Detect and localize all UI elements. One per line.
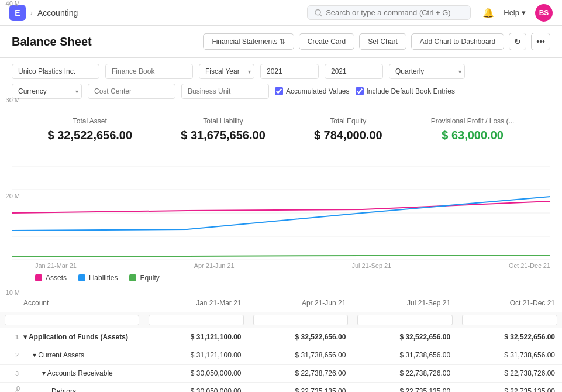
fiscal-year-select[interactable]: Fiscal Year bbox=[199, 64, 254, 79]
chart-svg bbox=[12, 166, 550, 260]
accumulated-values-label: Accumulated Values bbox=[286, 87, 350, 95]
search-bar[interactable] bbox=[307, 5, 471, 20]
q3-cell: $ 32,522,656.00 bbox=[353, 328, 457, 346]
finance-book-filter[interactable] bbox=[105, 64, 193, 79]
legend-equity: Equity bbox=[129, 274, 159, 282]
q3-cell: $ 31,738,656.00 bbox=[353, 346, 457, 365]
col-q1: Jan 21-Mar 21 bbox=[144, 294, 249, 312]
breadcrumb-label: Accounting bbox=[37, 8, 78, 18]
total-liability-value: $ 31,675,656.00 bbox=[181, 129, 266, 142]
total-liability-card: Total Liability $ 31,675,656.00 bbox=[181, 117, 266, 142]
account-label[interactable]: ▾ Current Assets bbox=[23, 351, 84, 359]
assets-legend-dot bbox=[35, 274, 42, 281]
q3-cell: $ 22,735,135.00 bbox=[353, 383, 457, 393]
q2-cell: $ 22,735,135.00 bbox=[249, 383, 353, 393]
col-q3: Jul 21-Sep 21 bbox=[353, 294, 457, 312]
q4-cell: $ 22,735,135.00 bbox=[457, 383, 562, 393]
provisional-value: $ 63,000.00 bbox=[431, 129, 515, 142]
set-chart-button[interactable]: Set Chart bbox=[359, 33, 406, 50]
total-asset-label: Total Asset bbox=[48, 117, 133, 125]
q1-cell: $ 31,121,100.00 bbox=[144, 346, 249, 365]
table-row: 3▾ Accounts Receivable$ 30,050,000.00$ 2… bbox=[0, 365, 562, 383]
q4-cell: $ 31,738,656.00 bbox=[457, 346, 562, 365]
cost-center-filter[interactable] bbox=[88, 84, 175, 99]
total-equity-label: Total Equity bbox=[314, 117, 382, 125]
page-title: Balance Sheet bbox=[12, 35, 92, 49]
accumulated-values-checkbox-wrap[interactable]: Accumulated Values bbox=[275, 87, 350, 95]
total-equity-value: $ 784,000.00 bbox=[314, 129, 382, 142]
search-icon bbox=[315, 9, 322, 17]
add-chart-button[interactable]: Add Chart to Dashboard bbox=[411, 33, 504, 50]
chart-legend: Assets Liabilities Equity bbox=[35, 274, 550, 282]
account-label[interactable]: ▾ Accounts Receivable bbox=[23, 369, 113, 377]
business-unit-filter[interactable] bbox=[181, 84, 269, 99]
more-options-button[interactable]: ••• bbox=[531, 33, 550, 50]
refresh-button[interactable]: ↻ bbox=[509, 33, 526, 50]
page-actions: Financial Statements ⇅ Create Card Set C… bbox=[203, 33, 550, 50]
q1-cell: $ 30,050,000.00 bbox=[144, 383, 249, 393]
periodicity-select[interactable]: Quarterly Monthly Yearly bbox=[389, 64, 465, 79]
search-input[interactable] bbox=[326, 8, 463, 17]
account-filter-input[interactable] bbox=[5, 315, 139, 325]
q1-cell: $ 31,121,100.00 bbox=[144, 328, 249, 346]
create-card-button[interactable]: Create Card bbox=[299, 33, 354, 50]
fiscal-year-wrap: Fiscal Year bbox=[199, 64, 254, 79]
periodicity-wrap: Quarterly Monthly Yearly bbox=[389, 64, 465, 79]
q4-cell: $ 32,522,656.00 bbox=[457, 328, 562, 346]
chart-x-axis: Jan 21-Mar 21 Apr 21-Jun 21 Jul 21-Sep 2… bbox=[35, 262, 550, 269]
q3-cell: $ 22,738,726.00 bbox=[353, 365, 457, 383]
account-label[interactable]: ▾ Application of Funds (Assets) bbox=[23, 333, 128, 341]
year-to-input[interactable] bbox=[325, 64, 383, 79]
page-header: Balance Sheet Financial Statements ⇅ Cre… bbox=[0, 26, 562, 58]
col-q4: Oct 21-Dec 21 bbox=[457, 294, 562, 312]
default-book-label: Include Default Book Entries bbox=[367, 87, 455, 95]
q1-filter-input[interactable] bbox=[149, 315, 244, 325]
balance-sheet-table: Account Jan 21-Mar 21 Apr 21-Jun 21 Jul … bbox=[0, 294, 562, 392]
financial-statements-button[interactable]: Financial Statements ⇅ bbox=[203, 33, 294, 50]
notification-bell[interactable]: 🔔 bbox=[482, 7, 494, 18]
total-liability-label: Total Liability bbox=[181, 117, 266, 125]
filter-row-2: Currency Accumulated Values Include Defa… bbox=[12, 84, 550, 99]
user-avatar[interactable]: BS bbox=[535, 4, 553, 22]
provisional-label: Provisional Profit / Loss (... bbox=[431, 117, 515, 125]
table-section: Account Jan 21-Mar 21 Apr 21-Jun 21 Jul … bbox=[0, 294, 562, 392]
breadcrumb-chevron: › bbox=[30, 9, 33, 17]
chart-section: 40 M 30 M 20 M 10 M 0 Jan 21- bbox=[0, 154, 562, 294]
total-asset-value: $ 32,522,656.00 bbox=[48, 129, 133, 142]
summary-section: Total Asset $ 32,522,656.00 Total Liabil… bbox=[0, 105, 562, 154]
table-row: 1▾ Application of Funds (Assets)$ 31,121… bbox=[0, 328, 562, 346]
q3-filter-input[interactable] bbox=[357, 315, 453, 325]
q2-cell: $ 22,738,726.00 bbox=[249, 365, 353, 383]
q2-filter-input[interactable] bbox=[253, 315, 349, 325]
col-q2: Apr 21-Jun 21 bbox=[249, 294, 353, 312]
year-from-input[interactable] bbox=[260, 64, 319, 79]
table-row: 4Debtors$ 30,050,000.00$ 22,735,135.00$ … bbox=[0, 383, 562, 393]
help-chevron-icon: ▾ bbox=[522, 8, 526, 17]
total-equity-card: Total Equity $ 784,000.00 bbox=[314, 117, 382, 142]
filter-row-1: Fiscal Year Quarterly Monthly Yearly bbox=[12, 64, 550, 79]
help-menu[interactable]: Help ▾ bbox=[504, 8, 526, 17]
default-book-checkbox-wrap[interactable]: Include Default Book Entries bbox=[356, 87, 455, 95]
equity-legend-dot bbox=[129, 274, 136, 281]
accumulated-values-checkbox[interactable] bbox=[275, 87, 283, 95]
legend-liabilities: Liabilities bbox=[78, 274, 118, 282]
top-navigation: E › Accounting 🔔 Help ▾ BS bbox=[0, 0, 562, 26]
financial-statements-chevron-icon: ⇅ bbox=[280, 37, 285, 46]
filter-section: Fiscal Year Quarterly Monthly Yearly Cur… bbox=[0, 58, 562, 105]
q2-cell: $ 32,522,656.00 bbox=[249, 328, 353, 346]
default-book-checkbox[interactable] bbox=[356, 87, 364, 95]
q4-filter-input[interactable] bbox=[462, 315, 557, 325]
table-header-row: Account Jan 21-Mar 21 Apr 21-Jun 21 Jul … bbox=[0, 294, 562, 312]
legend-assets: Assets bbox=[35, 274, 67, 282]
q1-cell: $ 30,050,000.00 bbox=[144, 365, 249, 383]
company-filter[interactable] bbox=[12, 64, 99, 79]
liabilities-legend-dot bbox=[78, 274, 85, 281]
provisional-card: Provisional Profit / Loss (... $ 63,000.… bbox=[431, 117, 515, 142]
table-row: 2▾ Current Assets$ 31,121,100.00$ 31,738… bbox=[0, 346, 562, 365]
q2-cell: $ 31,738,656.00 bbox=[249, 346, 353, 365]
total-asset-card: Total Asset $ 32,522,656.00 bbox=[48, 117, 133, 142]
account-label: Debtors bbox=[23, 387, 76, 392]
svg-line-1 bbox=[320, 14, 322, 16]
table-filter-row bbox=[0, 312, 562, 328]
q4-cell: $ 22,738,726.00 bbox=[457, 365, 562, 383]
